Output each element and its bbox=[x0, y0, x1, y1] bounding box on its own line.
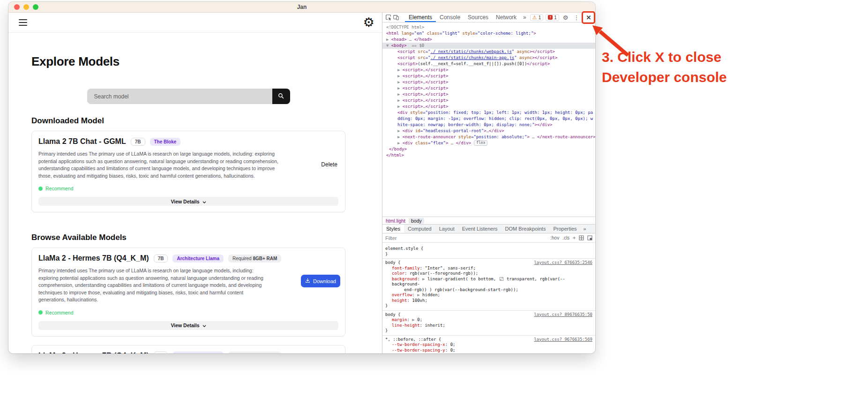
dom-tree-line[interactable]: ▶ <next-route-announcer style="position:… bbox=[382, 134, 595, 140]
tab-sources[interactable]: Sources bbox=[464, 13, 492, 22]
warning-icon: ⚠ bbox=[532, 15, 537, 20]
dom-tree-line[interactable]: ▶ <div id="headlessui-portal-root">…</di… bbox=[382, 128, 595, 134]
model-title: LlaMa 2 - Hermes 7B (Q4_K_M) bbox=[38, 352, 149, 354]
dom-tree-line[interactable]: <script src="./_next/static/chunks/webpa… bbox=[382, 49, 595, 55]
dom-tree-line[interactable]: ▶ <div class="flex"> … </div>flex bbox=[382, 140, 595, 146]
annotation-text: 3. Click X to close Developer console bbox=[602, 47, 727, 87]
model-description: Primary intended uses The primary use of… bbox=[38, 267, 263, 304]
errors-badge[interactable]: ! 1 bbox=[546, 14, 559, 21]
devtools-settings-gear-icon[interactable]: ⚙ bbox=[561, 14, 570, 21]
dom-tree-line[interactable]: ▶ <script>…</script> bbox=[382, 85, 595, 91]
tab-network[interactable]: Network bbox=[492, 13, 520, 22]
model-architecture-badge: Architecture Llama bbox=[172, 255, 224, 262]
window-close-button[interactable] bbox=[14, 4, 20, 10]
tab-styles[interactable]: Styles bbox=[382, 225, 404, 233]
dom-tree-line[interactable]: <script src="./_next/static/chunks/main-… bbox=[382, 55, 595, 61]
screen: Jan ⚙ Explore Models bbox=[0, 0, 868, 420]
delete-button[interactable]: Delete bbox=[321, 161, 337, 168]
tab-event-listeners[interactable]: Event Listeners bbox=[458, 225, 501, 233]
class-toggle[interactable]: .cls bbox=[562, 235, 569, 240]
inspect-element-icon[interactable] bbox=[385, 13, 392, 22]
new-rule-plus-icon[interactable]: + bbox=[573, 235, 576, 240]
css-file-link[interactable]: layout.css?_9676635:569 bbox=[534, 337, 592, 343]
css-property-line[interactable]: overflow: ▶ hidden; bbox=[385, 292, 592, 298]
model-description: Primary intended uses The primary use of… bbox=[38, 150, 285, 180]
view-details-button[interactable]: View Details bbox=[38, 197, 338, 206]
recommend-label: Recommend bbox=[45, 186, 74, 191]
app-content: Explore Models Downloaded Model bbox=[8, 33, 382, 353]
dom-tree-line[interactable]: <script>(self.__next_f=self.__next_f||[]… bbox=[382, 61, 595, 67]
breadcrumb-html[interactable]: html.light bbox=[386, 218, 405, 224]
dom-tree-line[interactable]: </html> bbox=[382, 152, 595, 158]
more-tabs-chevron-icon[interactable]: » bbox=[520, 14, 529, 21]
dom-tree-line[interactable]: dding: 0px; margin: -1px; overflow: hidd… bbox=[382, 116, 595, 122]
app-toolbar: ⚙ bbox=[8, 13, 382, 33]
error-count: 1 bbox=[554, 15, 557, 20]
css-property-line[interactable]: margin: ▶ 0; bbox=[385, 317, 592, 323]
dom-tree-line[interactable]: ▶ <script>…</script> bbox=[382, 67, 595, 73]
styles-rules[interactable]: element.style {}body {layout.css?_676635… bbox=[382, 243, 595, 353]
css-property-line[interactable]: font-family: "Inter", sans-serif; bbox=[385, 266, 592, 271]
dom-tree-line[interactable]: ▶ <script>…</script> bbox=[382, 73, 595, 79]
tab-elements[interactable]: Elements bbox=[405, 13, 436, 22]
css-selector: body { bbox=[385, 260, 401, 266]
css-property-line[interactable]: background: ▶ linear-gradient( to bottom… bbox=[385, 277, 592, 287]
device-toolbar-icon[interactable] bbox=[393, 13, 399, 22]
devtools-menu-kebab-icon[interactable]: ⋮ bbox=[572, 14, 581, 21]
css-property-line[interactable]: end-rgb)) ) rgb(var(--background-start-r… bbox=[385, 287, 592, 293]
css-property-line[interactable]: line-height: inherit; bbox=[385, 323, 592, 329]
breadcrumb-body[interactable]: body bbox=[409, 218, 424, 224]
dom-tree-line[interactable]: hite-space: nowrap; border-width: 0px; d… bbox=[382, 122, 595, 128]
tab-layout[interactable]: Layout bbox=[435, 225, 458, 233]
download-button[interactable]: Download bbox=[301, 275, 340, 287]
styles-filter-bar: :hov .cls + bbox=[382, 233, 595, 243]
menu-hamburger-icon[interactable] bbox=[19, 17, 28, 28]
tab-properties[interactable]: Properties bbox=[549, 225, 580, 233]
window-titlebar[interactable]: Jan bbox=[8, 2, 595, 13]
css-rule: *, ::before, ::after {layout.css?_967663… bbox=[382, 336, 595, 354]
search-input[interactable] bbox=[87, 89, 272, 104]
download-icon bbox=[305, 278, 310, 284]
hover-state-toggle[interactable]: :hov bbox=[550, 235, 559, 240]
view-details-button[interactable]: View Details bbox=[38, 321, 338, 330]
grid-overlay-icon[interactable] bbox=[579, 235, 584, 240]
model-ram-badge: Required 8GB+ RAM bbox=[228, 255, 281, 262]
search-button[interactable] bbox=[272, 89, 290, 104]
css-rule: body {layout.css?_89676635:50margin: ▶ 0… bbox=[382, 311, 595, 336]
css-selector: body { bbox=[385, 312, 401, 318]
model-title: Llama 2 7B Chat - GGML bbox=[38, 137, 126, 146]
css-file-link[interactable]: layout.css?_89676635:50 bbox=[534, 312, 592, 318]
css-property-line[interactable]: --tw-border-spacing-x: 0; bbox=[385, 342, 592, 348]
tab-dom-breakpoints[interactable]: DOM Breakpoints bbox=[501, 225, 550, 233]
dom-tree-line[interactable]: ▶ <head> … </head> bbox=[382, 37, 595, 43]
sidebar-more-chevron-icon[interactable]: » bbox=[581, 226, 589, 232]
dom-tree[interactable]: <!DOCTYPE html><html lang="en" class="li… bbox=[382, 22, 595, 217]
dom-tree-line[interactable]: <html lang="en" class="light" style="col… bbox=[382, 30, 595, 37]
styles-filter-input[interactable] bbox=[385, 235, 547, 241]
css-property-line[interactable]: --tw-border-spacing-y: 0; bbox=[385, 348, 592, 353]
settings-gear-icon[interactable]: ⚙ bbox=[363, 16, 374, 29]
dom-tree-line[interactable]: ▶ <script>…</script> bbox=[382, 98, 595, 104]
tab-console[interactable]: Console bbox=[436, 13, 464, 22]
dom-tree-line[interactable]: ▶ <script>…</script> bbox=[382, 91, 595, 98]
tab-computed[interactable]: Computed bbox=[404, 225, 435, 233]
dom-tree-line[interactable]: ▶ <script>…</script> bbox=[382, 79, 595, 85]
recommend-status-dot bbox=[38, 187, 43, 191]
css-file-link[interactable]: layout.css?_676635:2546 bbox=[534, 260, 592, 266]
window-minimize-button[interactable] bbox=[23, 4, 29, 10]
download-label: Download bbox=[313, 278, 336, 284]
dom-tree-line[interactable]: <!DOCTYPE html> bbox=[382, 24, 595, 30]
dom-tree-line[interactable]: </body> bbox=[382, 146, 595, 152]
model-ram-badge: Required 8GB+ RAM bbox=[228, 352, 281, 353]
computed-panel-icon[interactable] bbox=[587, 235, 592, 240]
styles-sidebar-tabs: Styles Computed Layout Event Listeners D… bbox=[382, 224, 595, 233]
css-property-line[interactable]: height: 100vh; bbox=[385, 298, 592, 304]
window-zoom-button[interactable] bbox=[33, 4, 38, 10]
dom-tree-line[interactable]: ▶ <script>…</script> bbox=[382, 104, 595, 110]
warnings-badge[interactable]: ⚠ 1 bbox=[530, 14, 543, 21]
dom-tree-line[interactable]: ▼ <body> == $0 bbox=[382, 43, 595, 49]
dom-tree-line[interactable]: <div style="position: fixed; top: 1px; l… bbox=[382, 110, 595, 116]
css-property-line[interactable]: color: rgb(var(--foreground-rgb)); bbox=[385, 271, 592, 277]
css-selector: element.style { bbox=[385, 246, 423, 252]
model-title: LlaMa 2 - Hermes 7B (Q4_K_M) bbox=[38, 254, 149, 262]
